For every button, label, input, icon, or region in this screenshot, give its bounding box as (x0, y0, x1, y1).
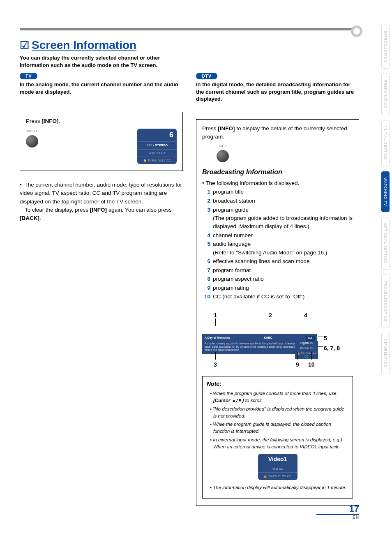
tab-preparation[interactable]: PREPARATION (381, 74, 390, 115)
press-text: Press (26, 118, 42, 124)
fig-rating: 🔒 TV-PG DLSV CC (295, 351, 318, 360)
fig-audio: English 1/2 (295, 341, 318, 346)
tab-optional-setting[interactable]: OPTIONAL SETTING (381, 217, 390, 270)
info-remote-button: INFO (214, 143, 231, 162)
info-key: [INFO] (218, 125, 235, 132)
fig-program-title: A Day of Memories (205, 336, 231, 341)
osd-channel-number: 6 (137, 129, 177, 141)
osd-rating: 🔒 TV-PG DLSV CC (137, 157, 177, 164)
tab-watching-tv[interactable]: WATCHING TV (381, 171, 390, 212)
tv-mode-desc: In the analog mode, the current channel … (20, 81, 183, 95)
dtv-mode-desc: In the digital mode, the detailed broadc… (196, 81, 359, 103)
osd-resolution: 480i SD 4:3 (137, 149, 177, 157)
analog-osd-preview: 6 SAP / STEREO 480i SD 4:3 🔒 TV-PG DLSV … (137, 129, 177, 164)
section-tabs: INTRODUCTION PREPARATION INITIAL SETTING… (381, 25, 390, 374)
dtv-osd-figure: 1 2 4 A Day of Memories KABC 6-1 A quart… (202, 311, 353, 373)
info-key: [INFO] (42, 118, 58, 124)
fig-station: KABC (264, 336, 272, 341)
external-input-osd: Video1 480i SD 🔒 TV-PG DLSV CC (258, 454, 297, 480)
info-button-label: INFO (26, 129, 38, 134)
video-label: Video1 (258, 454, 297, 465)
note-box: Note: • When the program guide consists … (202, 376, 353, 499)
page-subtitle: You can display the currently selected c… (20, 54, 184, 69)
tab-information[interactable]: INFORMATION (381, 333, 390, 374)
dtv-step-box: Press [INFO] to display the details of t… (196, 119, 359, 506)
analog-explanation: • The current channel number, audio mode… (20, 181, 183, 222)
tab-troubleshooting[interactable]: TROUBLESHOOTING (381, 275, 390, 328)
tab-introduction[interactable]: INTRODUCTION (381, 25, 390, 69)
note-heading: Note: (207, 380, 348, 388)
round-button-icon (26, 135, 38, 148)
info-remote-button: INFO (26, 129, 38, 148)
page-number: 17 EN (316, 503, 359, 519)
checkbox-icon: ☑ (20, 39, 29, 52)
round-button-icon (217, 150, 229, 162)
header-rule (20, 28, 359, 30)
dtv-mode-tag: DTV (196, 73, 217, 79)
tv-mode-tag: TV (20, 73, 37, 79)
fig-resolution: 480i SD 4:3 (295, 346, 318, 351)
tab-initial-setting[interactable]: INITIAL SETTING (381, 120, 390, 166)
page-title: Screen Information (32, 39, 136, 52)
broadcast-info-heading: Broadcasting Information (202, 167, 353, 177)
decorative-circle (351, 25, 362, 37)
tv-step-box: Press [INFO]. INFO 6 SAP / STEREO 480i S… (20, 112, 183, 171)
fig-channel: 6-1 (306, 336, 315, 341)
